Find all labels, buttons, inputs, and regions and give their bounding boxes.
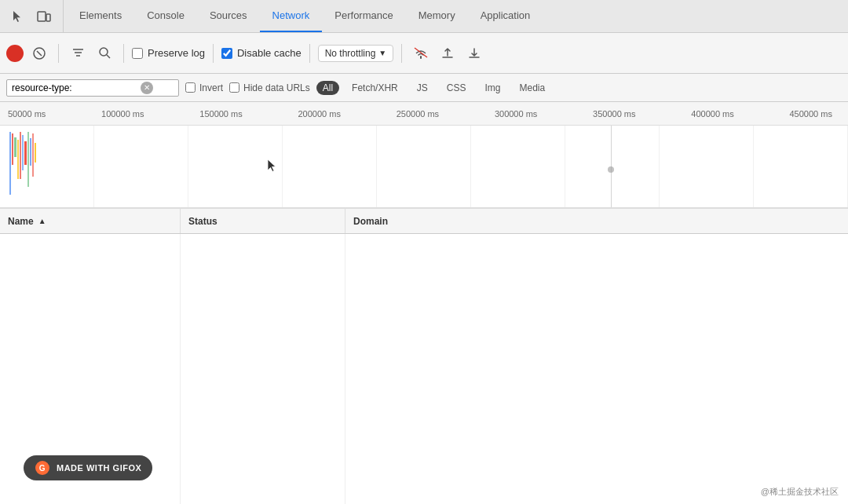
invert-checkbox[interactable] bbox=[185, 82, 196, 93]
tab-elements[interactable]: Elements bbox=[67, 0, 134, 32]
disable-cache-checkbox[interactable] bbox=[221, 48, 232, 59]
tab-network[interactable]: Network bbox=[260, 0, 323, 32]
tab-performance[interactable]: Performance bbox=[322, 0, 405, 32]
toolbar-separator-3 bbox=[213, 44, 214, 63]
tab-bar: Elements Console Sources Network Perform… bbox=[0, 0, 848, 33]
gifox-watermark: G MADE WITH GIFOX bbox=[24, 455, 152, 480]
svg-line-3 bbox=[37, 51, 42, 56]
table-domain-column bbox=[345, 234, 848, 504]
timeline-ruler: 50000 ms 100000 ms 150000 ms 200000 ms 2… bbox=[0, 102, 848, 126]
filter-type-css[interactable]: CSS bbox=[440, 81, 473, 95]
timeline-cursor-dot bbox=[608, 166, 614, 173]
filter-type-img[interactable]: Img bbox=[478, 81, 506, 95]
toolbar-separator-5 bbox=[401, 44, 402, 63]
filter-input[interactable] bbox=[12, 82, 137, 93]
preserve-log-label[interactable]: Preserve log bbox=[132, 47, 205, 59]
hide-data-urls-label[interactable]: Hide data URLs bbox=[229, 82, 310, 93]
svg-rect-0 bbox=[38, 12, 46, 21]
filter-type-media[interactable]: Media bbox=[513, 81, 551, 95]
svg-point-7 bbox=[100, 48, 108, 56]
tab-application[interactable]: Application bbox=[468, 0, 543, 32]
toolbar-separator-4 bbox=[309, 44, 310, 63]
sort-arrow-icon: ▲ bbox=[38, 217, 46, 225]
timeline-grid bbox=[0, 126, 848, 207]
network-conditions-icon[interactable] bbox=[410, 42, 432, 64]
network-toolbar: Preserve log Disable cache No throttling… bbox=[0, 33, 848, 74]
timeline-chart bbox=[0, 126, 848, 208]
throttle-selector[interactable]: No throttling ▼ bbox=[318, 45, 394, 62]
main-content: Preserve log Disable cache No throttling… bbox=[0, 33, 848, 504]
filter-type-all[interactable]: All bbox=[316, 81, 339, 95]
export-har-icon[interactable] bbox=[463, 42, 485, 64]
filter-type-fetch-xhr[interactable]: Fetch/XHR bbox=[345, 81, 404, 95]
filter-icon-button[interactable] bbox=[67, 42, 89, 64]
devtools-icons bbox=[6, 0, 64, 32]
tab-sources[interactable]: Sources bbox=[197, 0, 260, 32]
record-button[interactable] bbox=[6, 45, 24, 62]
filter-bar: ✕ Invert Hide data URLs All Fetch/XHR JS… bbox=[0, 74, 848, 102]
svg-text:G: G bbox=[39, 464, 46, 473]
mouse-cursor bbox=[267, 159, 278, 177]
svg-rect-1 bbox=[46, 14, 50, 21]
svg-line-8 bbox=[107, 55, 110, 58]
filter-type-js[interactable]: JS bbox=[411, 81, 434, 95]
tab-console[interactable]: Console bbox=[134, 0, 197, 32]
cursor-icon[interactable] bbox=[6, 5, 28, 27]
column-header-name[interactable]: Name ▲ bbox=[0, 209, 181, 233]
device-toggle-icon[interactable] bbox=[33, 5, 55, 27]
filter-clear-button[interactable]: ✕ bbox=[141, 82, 153, 94]
toolbar-separator-1 bbox=[58, 44, 59, 63]
search-icon-button[interactable] bbox=[93, 42, 115, 64]
column-header-status[interactable]: Status bbox=[181, 209, 345, 233]
tab-memory[interactable]: Memory bbox=[406, 0, 468, 32]
gifox-icon: G bbox=[35, 460, 50, 476]
import-har-icon[interactable] bbox=[437, 42, 459, 64]
toolbar-separator-2 bbox=[123, 44, 124, 63]
timeline-labels: 50000 ms 100000 ms 150000 ms 200000 ms 2… bbox=[8, 109, 840, 119]
filter-input-wrap: ✕ bbox=[6, 79, 179, 97]
throttle-dropdown-arrow: ▼ bbox=[378, 49, 386, 57]
preserve-log-checkbox[interactable] bbox=[132, 48, 143, 59]
table-status-column bbox=[181, 234, 345, 504]
column-header-domain[interactable]: Domain bbox=[345, 216, 848, 227]
table-header-row: Name ▲ Status Domain bbox=[0, 209, 848, 234]
invert-filter-label[interactable]: Invert bbox=[185, 82, 223, 93]
disable-cache-label[interactable]: Disable cache bbox=[221, 47, 302, 59]
author-credit: @稀土掘金技术社区 bbox=[761, 486, 839, 498]
hide-data-urls-checkbox[interactable] bbox=[229, 82, 239, 93]
clear-button[interactable] bbox=[28, 42, 50, 64]
